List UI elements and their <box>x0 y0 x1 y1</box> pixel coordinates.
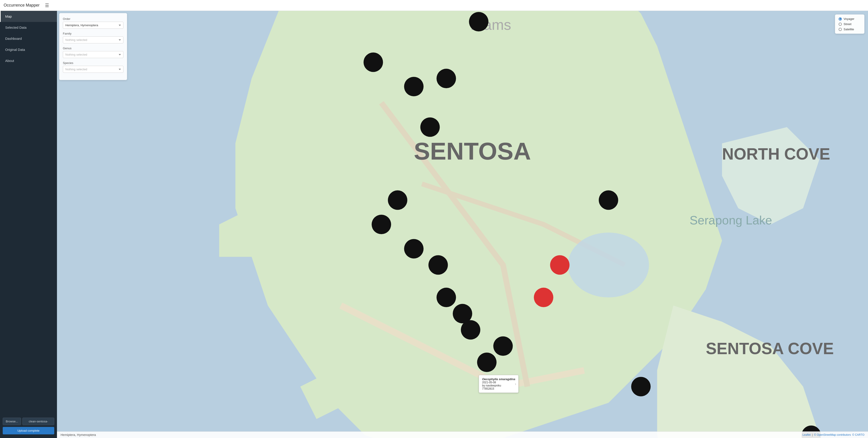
layer-option-satellite[interactable]: Satellite <box>839 28 861 31</box>
svg-point-18 <box>436 288 456 307</box>
layer-radio-satellite <box>839 28 842 31</box>
sidebar-nav: Map Selected Data Dashboard Original Dat… <box>0 11 57 66</box>
filter-species-label: Species <box>63 61 123 65</box>
map-footer: Hemiptera, Hymenoptera Leaflet | © OpenS… <box>57 432 868 438</box>
svg-point-12 <box>436 69 456 88</box>
map-footer-links: Leaflet | © OpenStreetMap contributors ©… <box>802 433 864 436</box>
svg-text:NORTH COVE: NORTH COVE <box>722 145 830 163</box>
svg-point-22 <box>493 336 513 356</box>
map-background[interactable]: SENTOSA SENTOSA COVE NORTH COVE Serapong… <box>57 11 868 438</box>
filter-species-row: Species Nothing selected <box>63 61 123 73</box>
map-tooltip: Oecophylla smaragdina 2021-05-08 by navd… <box>479 375 519 393</box>
leaflet-link[interactable]: Leaflet <box>802 433 811 436</box>
layer-control: Voyager Street Satellite <box>835 14 864 34</box>
svg-point-17 <box>428 255 448 275</box>
carto-link[interactable]: © CARTO <box>852 433 864 436</box>
map-container: Order Hemiptera, Hymenoptera Family Noth… <box>57 11 868 438</box>
filter-family-label: Family <box>63 32 123 35</box>
filter-family-select[interactable]: Nothing selected <box>63 36 123 43</box>
app-title: Occurrence Mapper <box>4 3 39 8</box>
svg-point-15 <box>372 215 391 234</box>
file-area: Browse... clean-sentosa- Upload complete <box>0 414 57 438</box>
svg-point-20 <box>461 320 480 340</box>
osm-link[interactable]: © OpenStreetMap contributors <box>814 433 851 436</box>
filter-panel: Order Hemiptera, Hymenoptera Family Noth… <box>59 13 127 80</box>
tooltip-species: Oecophylla smaragdina <box>482 377 515 381</box>
svg-point-10 <box>364 53 383 72</box>
filter-order-row: Order Hemiptera, Hymenoptera <box>63 17 123 29</box>
layer-label-voyager: Voyager <box>844 17 855 21</box>
svg-point-9 <box>469 12 489 31</box>
svg-point-1 <box>568 232 649 298</box>
tooltip-by: by navdeepniku <box>482 384 515 387</box>
filter-family-row: Family Nothing selected <box>63 32 123 43</box>
svg-point-13 <box>420 117 440 137</box>
svg-point-16 <box>404 239 424 258</box>
layer-radio-voyager <box>839 18 842 21</box>
sidebar-item-about[interactable]: About <box>0 55 57 66</box>
filter-genus-label: Genus <box>63 46 123 50</box>
tooltip-id: 77852815 <box>482 387 515 390</box>
sidebar-item-original-data[interactable]: Original Data <box>0 44 57 55</box>
svg-text:Serapong Lake: Serapong Lake <box>690 213 772 227</box>
svg-point-27 <box>534 288 553 307</box>
sidebar-item-dashboard[interactable]: Dashboard <box>0 33 57 44</box>
layer-label-street: Street <box>844 22 851 26</box>
filter-genus-select[interactable]: Nothing selected <box>63 51 123 58</box>
svg-point-24 <box>631 377 651 397</box>
layer-option-street[interactable]: Street <box>839 22 861 26</box>
layer-label-satellite: Satellite <box>844 28 854 31</box>
svg-point-11 <box>404 77 424 96</box>
layer-radio-street <box>839 23 842 26</box>
filter-genus-row: Genus Nothing selected <box>63 46 123 58</box>
svg-point-23 <box>599 190 618 210</box>
svg-text:SENTOSA: SENTOSA <box>414 138 531 165</box>
tooltip-date: 2021-05-08 <box>482 381 515 384</box>
svg-point-26 <box>550 255 569 275</box>
svg-point-14 <box>388 190 407 210</box>
sidebar-item-selected-data[interactable]: Selected Data <box>0 22 57 33</box>
layer-option-voyager[interactable]: Voyager <box>839 17 861 21</box>
filter-species-select[interactable]: Nothing selected <box>63 66 123 73</box>
map-svg: SENTOSA SENTOSA COVE NORTH COVE Serapong… <box>57 11 868 438</box>
filter-order-select[interactable]: Hemiptera, Hymenoptera <box>63 22 123 29</box>
menu-icon[interactable]: ☰ <box>45 3 49 8</box>
browse-button[interactable]: Browse... <box>3 418 21 425</box>
svg-point-21 <box>477 352 497 372</box>
map-order-label: Hemiptera, Hymenoptera <box>61 433 96 437</box>
filter-order-label: Order <box>63 17 123 21</box>
filename-button[interactable]: clean-sentosa- <box>22 418 54 425</box>
sidebar: Map Selected Data Dashboard Original Dat… <box>0 11 57 438</box>
sidebar-item-map[interactable]: Map <box>0 11 57 22</box>
svg-text:SENTOSA COVE: SENTOSA COVE <box>706 340 834 357</box>
upload-button[interactable]: Upload complete <box>3 427 54 434</box>
